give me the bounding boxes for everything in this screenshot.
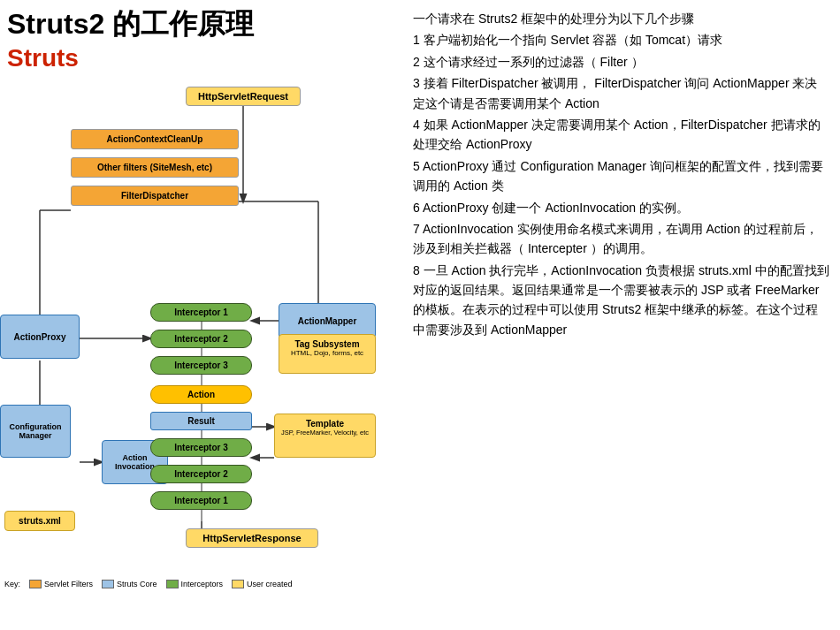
desc-step3: 3 接着 FilterDispatcher 被调用， FilterDispatc… <box>413 73 829 113</box>
desc-step5: 5 ActionProxy 通过 Configuration Manager 询… <box>413 156 829 196</box>
legend-color-3 <box>166 580 179 588</box>
legend-text-1: Servlet Filters <box>44 580 93 588</box>
action-center-box: Action <box>150 385 252 404</box>
desc-step1: 1 客户端初始化一个指向 Servlet 容器（如 Tomcat）请求 <box>413 30 829 49</box>
desc-step8: 8 一旦 Action 执行完毕，ActionInvocation 负责根据 s… <box>413 261 829 340</box>
http-request-box: HttpServletRequest <box>186 87 301 106</box>
legend-color-1 <box>29 580 42 588</box>
interceptor2-bottom: Interceptor 2 <box>150 465 252 483</box>
tag-subsystem-box: Tag Subsystem HTML, Dojo, forms, etc <box>279 334 376 374</box>
config-manager-box: Configuration Manager <box>0 405 71 458</box>
legend-item-3: Interceptors <box>166 580 224 588</box>
interceptor1-bottom: Interceptor 1 <box>150 491 252 510</box>
legend-label: Key: <box>4 580 20 588</box>
legend-item-4: User created <box>232 580 293 588</box>
struts-logo: Struts <box>0 44 402 78</box>
other-filters-box: Other filters (SiteMesh, etc) <box>71 157 239 178</box>
legend-text-2: Struts Core <box>117 580 157 588</box>
diagram-area: HttpServletRequest ActionContextCleanUp … <box>0 78 402 590</box>
filter-dispatcher-box: FilterDispatcher <box>71 186 239 206</box>
legend: Key: Servlet Filters Struts Core Interce… <box>4 580 293 588</box>
legend-text-3: Interceptors <box>181 580 224 588</box>
action-mapper-box: ActionMapper <box>279 303 376 338</box>
desc-step4: 4 如果 ActionMapper 决定需要调用某个 Action，Filter… <box>413 115 829 155</box>
action-context-box: ActionContextCleanUp <box>71 129 239 149</box>
interceptor3-top: Interceptor 3 <box>150 356 252 375</box>
legend-item-1: Servlet Filters <box>29 580 93 588</box>
action-proxy-box: ActionProxy <box>0 315 80 359</box>
legend-item-2: Struts Core <box>102 580 157 588</box>
right-panel: 一个请求在 Struts2 框架中的处理分为以下几个步骤 1 客户端初始化一个指… <box>402 0 840 630</box>
legend-color-2 <box>102 580 114 588</box>
desc-intro: 一个请求在 Struts2 框架中的处理分为以下几个步骤 <box>413 9 829 28</box>
template-box: Template JSP, FreeMarker, Velocity, etc <box>274 414 376 458</box>
result-box: Result <box>150 412 252 430</box>
page-title: Struts2 的工作原理 <box>0 0 402 44</box>
desc-step7: 7 ActionInvocation 实例使用命名模式来调用，在调用 Actio… <box>413 219 829 259</box>
http-response-box: HttpServletResponse <box>186 528 318 548</box>
desc-step6: 6 ActionProxy 创建一个 ActionInvocation 的实例。 <box>413 198 829 217</box>
interceptor2-top: Interceptor 2 <box>150 330 252 348</box>
legend-text-4: User created <box>247 580 293 588</box>
struts-xml-box: struts.xml <box>4 511 75 531</box>
interceptor1-top: Interceptor 1 <box>150 303 252 322</box>
legend-color-4 <box>232 580 244 588</box>
desc-step2: 2 这个请求经过一系列的过滤器（ Filter ） <box>413 52 829 72</box>
interceptor3-bottom: Interceptor 3 <box>150 438 252 457</box>
left-panel: Struts2 的工作原理 Struts <box>0 0 402 630</box>
